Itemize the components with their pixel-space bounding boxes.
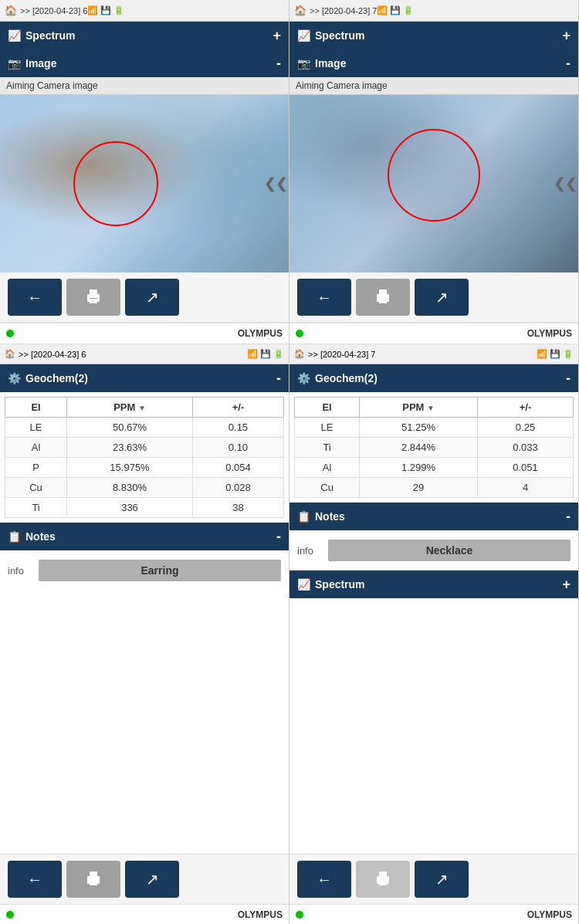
sd-icon-2: 💾: [260, 349, 271, 359]
geochem-icon: ⚙️: [8, 372, 21, 384]
right-camera-image: ❮❮: [290, 95, 578, 272]
left-data-table: El PPM ▼ +/- LE 50.67% 0.15 Al 23.63% 0.…: [5, 397, 284, 518]
right-notes-collapse[interactable]: -: [566, 509, 571, 525]
right-print-button[interactable]: [356, 279, 410, 316]
svg-rect-6: [90, 881, 97, 885]
right-sd-icon: 💾: [390, 5, 401, 15]
right-print-icon-2: [374, 870, 392, 888]
right-spectrum-collapse[interactable]: +: [562, 28, 571, 44]
left-bottom-back-button[interactable]: ←: [8, 861, 62, 898]
right-col-el: El: [295, 398, 360, 418]
geochem-collapse-btn[interactable]: -: [276, 371, 281, 387]
svg-rect-3: [90, 299, 97, 303]
right-notes-row: info Necklace: [297, 540, 571, 561]
right-wifi-icon: 📶: [377, 5, 388, 15]
left-bottom-print-button[interactable]: [66, 861, 120, 898]
notes-icon: 📋: [8, 530, 21, 543]
olympus-logo: OLYMPUS: [238, 328, 283, 339]
left-inner-breadcrumb: >> [2020-04-23] 6: [19, 350, 86, 359]
home-icon-2: 🏠: [5, 349, 15, 359]
notes-collapse-btn[interactable]: -: [276, 529, 281, 545]
left-bottom-action-buttons: ← ↗: [0, 854, 289, 904]
right-geochem-collapse[interactable]: -: [566, 371, 571, 387]
right-notes-icon: 📋: [297, 510, 310, 523]
left-expand-button[interactable]: ↗: [125, 279, 179, 316]
left-action-buttons: ← ↗: [0, 272, 289, 323]
right-geochem-header: ⚙️ Geochem(2) -: [290, 364, 578, 392]
right-camera-icon: 📷: [297, 57, 310, 69]
right-col-ppm[interactable]: PPM ▼: [360, 398, 478, 418]
col-plusminus: +/-: [192, 398, 283, 418]
left-print-button[interactable]: [66, 279, 120, 316]
wifi-icon: 📶: [87, 5, 98, 15]
print-icon: [84, 288, 103, 306]
svg-rect-11: [379, 872, 387, 877]
left-inner-status: 🏠 >> [2020-04-23] 6 📶 💾 🔋: [0, 344, 289, 364]
image-collapse-btn[interactable]: -: [276, 56, 281, 72]
right-inner-breadcrumb: >> [2020-04-23] 7: [308, 350, 375, 359]
camera-icon: 📷: [8, 57, 21, 69]
right-status-bar: 🏠 >> [2020-04-23] 7 📶 💾 🔋: [290, 0, 578, 22]
spectrum-icon: 📈: [8, 29, 21, 42]
right-image-collapse[interactable]: -: [566, 56, 571, 72]
right-bottom-status: OLYMPUS: [290, 323, 578, 344]
table-row: Cu 29 4: [295, 478, 574, 498]
right-bottom-back-button[interactable]: ←: [297, 861, 351, 898]
right-battery-icon: 🔋: [403, 5, 414, 15]
right-notes-label: Notes: [315, 510, 345, 523]
table-row: Ti 2.844% 0.033: [295, 438, 574, 458]
left-aiming-label: Aiming Camera image: [0, 77, 289, 95]
right-bottom-spectrum-collapse[interactable]: +: [562, 577, 571, 593]
right-panel: 🏠 >> [2020-04-23] 7 📶 💾 🔋 📈 Spectrum + 📷…: [290, 0, 579, 924]
image-label-text: Image: [25, 57, 56, 69]
print-icon-2: [84, 870, 103, 888]
svg-rect-8: [379, 289, 387, 295]
notes-label: Notes: [25, 530, 56, 543]
left-table-wrapper: El PPM ▼ +/- LE 50.67% 0.15 Al 23.63% 0.…: [0, 392, 289, 523]
right-image-label: Image: [315, 57, 346, 69]
table-row: Al 1.299% 0.051: [295, 458, 574, 478]
right-olympus-top: OLYMPUS: [527, 328, 572, 339]
right-bottom-print-button[interactable]: [356, 861, 410, 898]
left-image-header: 📷 Image -: [0, 49, 289, 77]
left-bottom-expand-button[interactable]: ↗: [125, 861, 179, 898]
right-geochem-icon: ⚙️: [297, 372, 310, 384]
right-home-icon: 🏠: [294, 5, 306, 16]
table-row: LE 50.67% 0.15: [5, 418, 284, 438]
right-final-status: OLYMPUS: [290, 904, 578, 924]
right-notes-header: 📋 Notes -: [290, 503, 578, 530]
right-expand-button[interactable]: ↗: [415, 279, 469, 316]
left-red-circle: [73, 141, 158, 226]
left-chevron-icon: ❮❮: [264, 175, 287, 192]
col-ppm[interactable]: PPM ▼: [67, 398, 193, 418]
table-row: Al 23.63% 0.10: [5, 438, 284, 458]
right-geochem-label: Geochem(2): [315, 372, 378, 384]
svg-rect-9: [379, 299, 387, 303]
right-spectrum-label: Spectrum: [315, 29, 365, 42]
left-back-button[interactable]: ←: [8, 279, 62, 316]
right-image-header: 📷 Image -: [290, 49, 578, 77]
left-notes-value-button[interactable]: Earring: [39, 560, 281, 581]
right-aiming-label: Aiming Camera image: [290, 77, 578, 95]
right-olympus-bottom: OLYMPUS: [527, 909, 572, 920]
right-bottom-expand-button[interactable]: ↗: [415, 861, 469, 898]
right-bottom-spectrum-header: 📈 Spectrum +: [290, 570, 578, 598]
right-print-icon: [374, 288, 392, 306]
spectrum-collapse-btn[interactable]: +: [273, 28, 281, 44]
svg-rect-12: [379, 881, 387, 885]
left-spectrum-header: 📈 Spectrum +: [0, 22, 289, 49]
right-battery-icon-2: 🔋: [563, 349, 574, 359]
left-final-status: OLYMPUS: [0, 904, 289, 924]
right-bottom-spectrum-icon: 📈: [297, 578, 310, 591]
right-notes-value-button[interactable]: Necklace: [328, 540, 571, 561]
right-sd-icon-2: 💾: [550, 349, 560, 359]
table-row: P 15.975% 0.054: [5, 458, 284, 478]
home-icon: 🏠: [5, 5, 17, 16]
right-home-icon-2: 🏠: [294, 349, 305, 359]
left-status-bar: 🏠 >> [2020-04-23] 6 📶 💾 🔋: [0, 0, 289, 22]
right-action-buttons: ← ↗: [290, 272, 578, 323]
table-row: Ti 336 38: [5, 498, 284, 518]
left-panel: 🏠 >> [2020-04-23] 6 📶 💾 🔋 📈 Spectrum + 📷…: [0, 0, 290, 924]
right-back-button[interactable]: ←: [297, 279, 351, 316]
svg-rect-1: [90, 289, 97, 295]
